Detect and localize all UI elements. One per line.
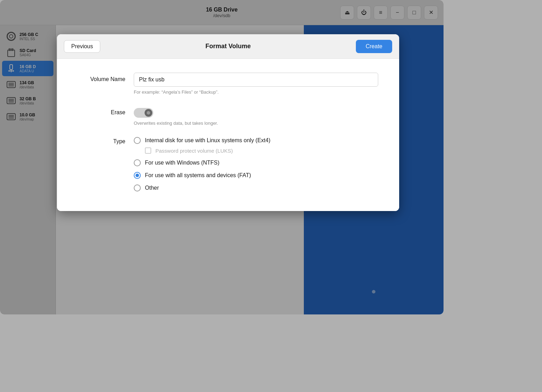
radio-label-fat: For use with all systems and devices (FA… [145,172,251,179]
type-row: Type Internal disk for use with Linux sy… [78,137,378,191]
type-options: Internal disk for use with Linux systems… [134,137,378,191]
erase-toggle-container [134,106,378,118]
app-window: 16 GB Drive /dev/sdb ⏏ ⏻ ≡ − □ ✕ 256 GB … [0,0,444,314]
radio-label-other: Other [145,185,159,191]
create-button[interactable]: Create [356,40,392,53]
type-label: Type [78,137,134,145]
dialog-title: Format Volume [205,43,251,50]
erase-hint: Overwrites existing data, but takes long… [134,121,378,126]
type-option-group-ext4: Internal disk for use with Linux systems… [134,137,378,154]
dialog-body: Volume Name For example: “Angela’s Files… [57,59,399,211]
radio-ext4 [134,137,141,144]
volume-name-label: Volume Name [78,73,134,82]
volume-name-control: For example: “Angela’s Files” or “Backup… [134,73,378,95]
radio-other [134,184,141,191]
checkbox-luks[interactable]: Password protect volume (LUKS) [145,147,378,154]
radio-label-ext4: Internal disk for use with Linux systems… [145,137,270,144]
checkbox-luks-label: Password protect volume (LUKS) [155,148,233,154]
radio-option-ntfs[interactable]: For use with Windows (NTFS) [134,159,378,166]
volume-name-hint: For example: “Angela’s Files” or “Backup… [134,89,378,95]
radio-ntfs [134,159,141,166]
erase-toggle[interactable] [134,108,153,118]
radio-option-fat[interactable]: For use with all systems and devices (FA… [134,172,378,179]
radio-fat [134,172,141,179]
checkbox-luks-box [145,147,151,154]
volume-name-row: Volume Name For example: “Angela’s Files… [78,73,378,95]
radio-label-ntfs: For use with Windows (NTFS) [145,160,219,166]
radio-option-ext4[interactable]: Internal disk for use with Linux systems… [134,137,378,144]
toggle-knob-inner [147,111,150,115]
toggle-knob [145,109,152,117]
previous-button[interactable]: Previous [64,40,100,53]
format-volume-dialog: Previous Format Volume Create Volume Nam… [57,34,399,211]
erase-row: Erase Overwrites existing data, but take… [78,106,378,126]
erase-control: Overwrites existing data, but takes long… [134,106,378,126]
dialog-header: Previous Format Volume Create [57,34,399,59]
radio-option-other[interactable]: Other [134,184,378,191]
erase-label: Erase [78,106,134,116]
volume-name-input[interactable] [134,73,378,87]
